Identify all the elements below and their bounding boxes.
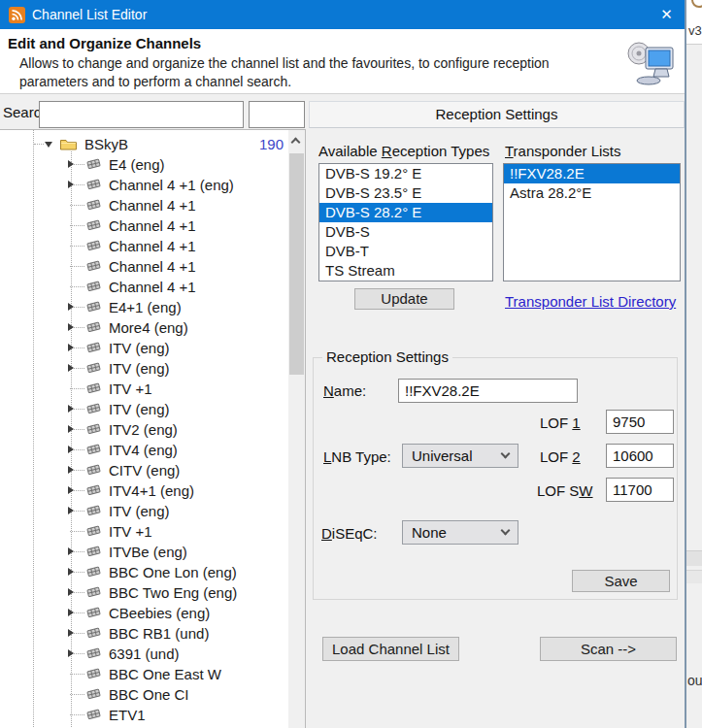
lnb-type-dropdown[interactable]: Universal xyxy=(402,444,518,468)
tree-root-bskyb[interactable]: BSkyB 190 xyxy=(0,134,287,154)
tree-item[interactable]: ITV2 (eng) xyxy=(0,419,287,440)
expand-arrow-icon[interactable] xyxy=(68,547,74,555)
tree-item-label: CITV (eng) xyxy=(109,462,180,479)
tree-item[interactable]: Channel 4 +1 xyxy=(0,236,287,256)
tree-item[interactable]: BBC One CI xyxy=(0,684,287,705)
name-field[interactable] xyxy=(398,379,578,403)
tree-item[interactable]: 6391 (und) xyxy=(0,644,287,664)
channel-icon xyxy=(85,157,102,175)
save-button[interactable]: Save xyxy=(572,570,670,592)
tree-item[interactable]: BBC RB1 (und) xyxy=(0,623,287,644)
diseqc-dropdown[interactable]: None xyxy=(402,520,518,545)
tree-connector xyxy=(70,246,84,247)
expand-arrow-icon[interactable] xyxy=(68,629,74,637)
tree-item[interactable]: More4 (eng) xyxy=(0,317,287,338)
channel-count-badge: 190 xyxy=(251,136,284,152)
reception-type-option[interactable]: DVB-S 23.5° E xyxy=(319,183,492,203)
reception-type-option[interactable]: DVB-S xyxy=(319,222,492,242)
screenshot-canvas: Channel List Editor ✕ Edit and Organize … xyxy=(0,0,702,728)
window-title: Channel List Editor xyxy=(32,7,147,22)
channel-icon xyxy=(85,646,102,664)
groupbox-title: Reception Settings xyxy=(322,348,452,365)
tree-item[interactable]: ETV1 xyxy=(0,705,287,725)
scrollbar-thumb[interactable] xyxy=(289,153,304,375)
expand-arrow-icon[interactable] xyxy=(68,160,74,168)
expand-arrow-icon[interactable] xyxy=(68,323,74,331)
tree-item[interactable]: BBC One East W xyxy=(0,664,287,684)
expand-arrow-icon[interactable] xyxy=(68,303,74,311)
expand-arrow-icon[interactable] xyxy=(68,446,74,453)
transponder-option[interactable]: !!FXV28.2E xyxy=(504,164,680,183)
expand-arrow-icon[interactable] xyxy=(68,486,74,494)
reception-types-listbox[interactable]: DVB-S 19.2° EDVB-S 23.5° EDVB-S 28.2° ED… xyxy=(318,163,493,281)
transponder-listbox[interactable]: !!FXV28.2EAstra 28.2°E xyxy=(503,163,681,281)
tree-item[interactable]: ITV +1 xyxy=(0,521,287,542)
reception-type-option[interactable]: TS Stream xyxy=(319,261,492,281)
channel-icon xyxy=(85,259,102,277)
tree-item-label: Channel 4 +1 xyxy=(109,279,196,295)
expand-arrow-icon[interactable] xyxy=(68,181,74,188)
tree-item[interactable]: BBC One Lon (eng) xyxy=(0,562,287,582)
reception-type-option[interactable]: DVB-T xyxy=(319,242,492,261)
channel-icon xyxy=(85,483,102,501)
expand-arrow-icon[interactable] xyxy=(68,466,74,474)
transponder-option[interactable]: Astra 28.2°E xyxy=(504,183,680,203)
tree-item[interactable]: Channel 4 +1 xyxy=(0,195,287,215)
tree-item[interactable]: CITV (eng) xyxy=(0,460,287,480)
tree-item[interactable]: E4+1 (eng) xyxy=(0,297,287,317)
expand-arrow-icon[interactable] xyxy=(68,588,74,596)
update-button[interactable]: Update xyxy=(354,288,454,310)
tree-item[interactable]: Channel 4 +1 (eng) xyxy=(0,175,287,195)
tree-item[interactable]: E4 (eng) xyxy=(0,154,287,175)
lofsw-field[interactable] xyxy=(606,478,674,502)
reception-type-option[interactable]: DVB-S 19.2° E xyxy=(319,164,492,183)
tree-item[interactable]: Channel 4 +1 xyxy=(0,256,287,277)
tree-item-label: BBC One East W xyxy=(109,666,221,682)
background-row xyxy=(686,570,702,583)
load-channel-list-button[interactable]: Load Channel List xyxy=(322,637,459,661)
channel-tree[interactable]: BSkyB 190 E4 (eng)Channel 4 +1 (eng)Chan… xyxy=(0,129,306,728)
tree-connector xyxy=(70,388,84,389)
scrollbar-up-button[interactable] xyxy=(288,133,305,148)
tree-item[interactable]: BBC Two Eng (eng) xyxy=(0,582,287,603)
tree-item[interactable]: ITV (eng) xyxy=(0,399,287,419)
expand-arrow-icon[interactable] xyxy=(68,568,74,576)
expand-arrow-icon[interactable] xyxy=(68,344,74,351)
tree-item[interactable]: ITV4+1 (eng) xyxy=(0,480,287,501)
tree-scrollbar[interactable] xyxy=(288,130,305,728)
tree-item[interactable]: Channel 4 +1 xyxy=(0,215,287,236)
tree-item[interactable]: CBeebies (eng) xyxy=(0,603,287,623)
tree-item-label: ITV2 (eng) xyxy=(109,421,178,438)
channel-icon xyxy=(85,198,102,215)
tree-connector xyxy=(70,286,84,287)
tree-item[interactable]: ITVBe (eng) xyxy=(0,542,287,562)
expand-arrow-icon[interactable] xyxy=(68,425,74,433)
search-input[interactable] xyxy=(39,101,244,128)
diseqc-label: DiSEqC: xyxy=(321,525,378,542)
tree-item[interactable]: Channel 4 +1 xyxy=(0,277,287,297)
tree-connector xyxy=(70,674,84,675)
tree-item[interactable]: ITV4 (eng) xyxy=(0,440,287,460)
expand-arrow-icon[interactable] xyxy=(68,609,74,616)
expand-arrow-icon[interactable] xyxy=(68,649,74,657)
tree-item-label: ITV (eng) xyxy=(109,401,170,417)
lof1-field[interactable] xyxy=(606,410,674,434)
lof2-field[interactable] xyxy=(606,444,674,468)
tree-item-label: More4 (eng) xyxy=(109,319,188,336)
search-aux-input[interactable] xyxy=(249,101,305,128)
expand-arrow-icon[interactable] xyxy=(68,507,74,514)
dialog-header: Edit and Organize Channels Allows to cha… xyxy=(0,29,685,94)
scan-button[interactable]: Scan --> xyxy=(540,637,677,661)
close-button[interactable]: ✕ xyxy=(649,0,685,29)
tree-item[interactable]: ITV +1 xyxy=(0,379,287,399)
transponder-list-directory-link[interactable]: Transponder List Directory xyxy=(505,293,676,310)
chevron-down-icon xyxy=(501,449,511,459)
reception-type-option[interactable]: DVB-S 28.2° E xyxy=(319,203,492,222)
expand-arrow-icon[interactable] xyxy=(68,364,74,372)
tree-item[interactable]: ITV (eng) xyxy=(0,501,287,521)
tree-item[interactable]: ITV (eng) xyxy=(0,338,287,358)
expand-arrow-icon[interactable] xyxy=(68,405,74,413)
tree-item[interactable]: ITV (eng) xyxy=(0,358,287,379)
channel-icon xyxy=(85,687,102,705)
collapse-arrow-icon[interactable] xyxy=(45,142,52,148)
